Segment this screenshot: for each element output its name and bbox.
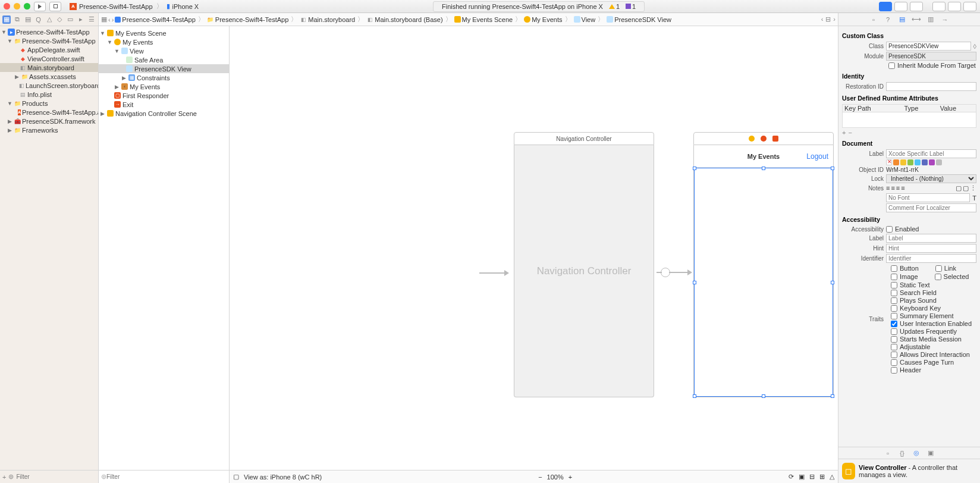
source-control-tab[interactable]: ⧉ [13, 15, 21, 24]
jump-seg-5[interactable]: My Events [524, 16, 562, 23]
minimize-window[interactable] [14, 3, 20, 10]
library-item-viewcontroller[interactable]: ◻ View Controller - A controller that ma… [838, 459, 980, 483]
embed-icon[interactable]: ▣ [799, 473, 805, 481]
my-events-scene[interactable]: My Events Logout [693, 132, 834, 397]
outline-navitem[interactable]: ▶‹My Events [99, 82, 229, 91]
view-as-label[interactable]: View as: iPhone 8 (wC hR) [244, 473, 322, 481]
project-root[interactable]: ▼▸Presence-Swift4-TestApp [0, 27, 98, 36]
code-snippet-tab[interactable]: {} [897, 448, 907, 458]
file-launchscreen[interactable]: ◧LaunchScreen.storyboard [0, 81, 98, 90]
navigation-controller-scene[interactable]: Navigation Controller Navigation Control… [514, 132, 654, 397]
trait-image[interactable] [891, 274, 897, 280]
trait-updates[interactable] [891, 328, 897, 335]
jump-seg-3[interactable]: ◧Main.storyboard (Base) [366, 16, 442, 23]
segue-arrow[interactable] [657, 266, 692, 278]
jump-seg-6[interactable]: View [574, 16, 596, 23]
navigation-bar[interactable]: My Events Logout [694, 145, 833, 168]
device-config-icon[interactable]: ▢ [233, 473, 239, 481]
trait-adjustable[interactable] [891, 344, 897, 350]
assistant-editor-button[interactable] [894, 2, 907, 11]
initial-vc-arrow[interactable] [479, 269, 509, 277]
symbol-nav-tab[interactable]: ▤ [24, 15, 32, 24]
align-center-icon[interactable]: ≡ [891, 184, 894, 192]
breakpoint-nav-tab[interactable]: ▸ [77, 15, 85, 24]
trait-media[interactable] [891, 336, 897, 343]
navigator-filter-input[interactable] [16, 473, 96, 480]
exit-dock-icon[interactable] [772, 136, 778, 142]
label-color-swatches[interactable]: ✕ [886, 159, 942, 165]
version-editor-button[interactable] [910, 2, 923, 11]
resize-handle[interactable] [762, 394, 765, 398]
jump-seg-2[interactable]: ◧Main.storyboard [300, 16, 355, 23]
outline-sdkview[interactable]: PresenceSDK View [99, 64, 229, 73]
outline-exit[interactable]: →Exit [99, 100, 229, 109]
outline-navscene[interactable]: ▶Navigation Controller Scene [99, 109, 229, 118]
products-group[interactable]: ▼📁Products [0, 99, 98, 108]
udra-table[interactable] [842, 112, 976, 128]
outline-filter-input[interactable] [106, 473, 227, 480]
trait-summary[interactable] [891, 313, 897, 319]
vc-view[interactable]: My Events Logout [693, 145, 834, 397]
related-items-icon[interactable]: ▦ [101, 15, 107, 23]
jump-prev[interactable]: ‹ [821, 15, 824, 23]
run-button[interactable] [34, 2, 46, 11]
outline-myevents[interactable]: ▼My Events [99, 37, 229, 46]
accessibility-enabled-checkbox[interactable] [886, 226, 893, 233]
identity-inspector-tab[interactable]: ▤ [897, 15, 907, 24]
align-icon[interactable]: ⊟ [809, 473, 815, 481]
resize-handle[interactable] [762, 167, 765, 170]
remove-attr[interactable]: − [848, 129, 852, 136]
lock-select[interactable]: Inherited - (Nothing) [886, 174, 976, 183]
zoom-out[interactable]: − [538, 473, 542, 481]
module-field[interactable] [886, 52, 976, 61]
frameworks-group[interactable]: ▶📁Frameworks [0, 126, 98, 134]
issue-nav-tab[interactable]: △ [45, 15, 54, 24]
issue-badge[interactable]: 1 [626, 3, 636, 10]
interface-builder-canvas[interactable]: Navigation Controller Navigation Control… [230, 26, 838, 483]
sdk-framework[interactable]: ▶🧰PresenceSDK.framework [0, 117, 98, 126]
close-window[interactable] [4, 3, 10, 10]
trait-button[interactable] [891, 265, 897, 272]
trait-direct[interactable] [891, 352, 897, 358]
outline-constraints[interactable]: ▶▦Constraints [99, 73, 229, 82]
trait-plays[interactable] [891, 297, 897, 304]
add-icon[interactable]: + [2, 473, 6, 481]
acc-hint-field[interactable] [886, 244, 976, 253]
attributes-inspector-tab[interactable]: ⟷ [912, 15, 921, 24]
file-template-tab[interactable]: ▫ [883, 448, 893, 458]
standard-editor-button[interactable] [879, 2, 892, 11]
style-a[interactable]: ▢ [956, 184, 962, 192]
jump-seg-1[interactable]: 📁Presence-Swift4-TestApp [207, 16, 289, 23]
trait-static[interactable] [891, 282, 897, 288]
help-inspector-tab[interactable]: ? [883, 15, 893, 24]
jump-bar[interactable]: ▦ ‹ › Presence-Swift4-TestApp〉 📁Presence… [99, 13, 838, 26]
resize-handle[interactable] [831, 394, 834, 398]
test-nav-tab[interactable]: ◇ [55, 15, 64, 24]
resize-handle[interactable] [693, 167, 696, 170]
file-assets[interactable]: ▶📁Assets.xcassets [0, 72, 98, 81]
dropdown-icon[interactable]: ◊ [973, 43, 976, 50]
outline-safearea[interactable]: Safe Area [99, 55, 229, 64]
scene-dock[interactable] [693, 132, 834, 145]
stop-button[interactable] [49, 2, 61, 11]
toggle-inspector-button[interactable] [963, 2, 976, 11]
size-inspector-tab[interactable]: ▥ [926, 15, 935, 24]
back-button[interactable]: ‹ [108, 16, 111, 23]
inherit-module-checkbox[interactable] [888, 62, 895, 69]
debug-nav-tab[interactable]: ▭ [66, 15, 74, 24]
style-b[interactable]: ▢ [963, 184, 969, 192]
resolve-icon[interactable]: △ [830, 473, 834, 481]
app-group[interactable]: ▼📁Presence-Swift4-TestApp [0, 36, 98, 45]
forward-button[interactable]: › [112, 16, 114, 23]
file-viewcontroller[interactable]: ◆ViewController.swift [0, 54, 98, 63]
file-info-plist[interactable]: ▤Info.plist [0, 90, 98, 99]
add-attr[interactable]: + [842, 129, 846, 136]
jump-seg-7[interactable]: PresenceSDK View [607, 16, 671, 23]
class-field[interactable] [886, 42, 971, 51]
trait-link[interactable] [935, 265, 942, 272]
acc-identifier-field[interactable] [886, 254, 976, 263]
product-app[interactable]: APresence-Swift4-TestApp.app [0, 108, 98, 117]
align-right-icon[interactable]: ≡ [896, 184, 900, 192]
align-left-icon[interactable]: ≡ [886, 184, 890, 192]
scheme-selector[interactable]: A Presence-Swift4-TestApp 〉 ▮ iPhone X [70, 2, 199, 11]
